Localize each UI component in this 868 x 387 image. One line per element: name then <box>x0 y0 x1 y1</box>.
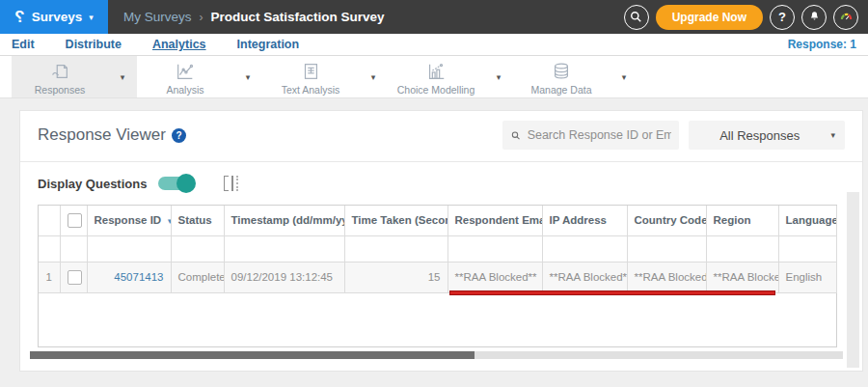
breadcrumb-separator-icon: › <box>200 11 203 24</box>
ip-address-cell: **RAA Blocked** <box>542 262 627 292</box>
survey-subnav: Edit Distribute Analytics Integration Re… <box>0 34 868 56</box>
analysis-dropdown-caret[interactable]: ▾ <box>233 56 262 97</box>
topbar-actions: Upgrade Now ? <box>624 5 868 30</box>
tab-distribute[interactable]: Distribute <box>66 38 122 51</box>
toolbar-item-manage-data[interactable]: Manage Data ▾ <box>513 56 638 97</box>
response-count-badge: Response: 1 <box>788 38 856 51</box>
notifications-button[interactable] <box>801 5 827 30</box>
response-viewer-card: Response Viewer ? All Responses ▾ Displa… <box>19 110 863 372</box>
col-country-code: Country Code <box>627 206 706 235</box>
horizontal-scrollbar[interactable] <box>30 351 843 359</box>
responses-filter-dropdown[interactable]: All Responses ▾ <box>689 121 845 150</box>
topbar: ? Surveys ▾ My Surveys › Product Satisfa… <box>0 0 868 34</box>
response-viewer-help-icon[interactable]: ? <box>172 128 186 143</box>
toggle-knob <box>176 174 196 193</box>
filter-row <box>39 235 836 262</box>
app-logo-menu[interactable]: ? Surveys ▾ <box>0 0 108 34</box>
filter-time-taken[interactable] <box>344 235 448 262</box>
search-icon <box>628 9 644 25</box>
search-input[interactable] <box>528 128 671 142</box>
tab-integration[interactable]: Integration <box>237 38 300 51</box>
col-respondent-email: Respondent Email <box>448 206 542 235</box>
toolbar-item-analysis[interactable]: Analysis ▾ <box>137 56 262 97</box>
display-questions-toggle[interactable] <box>158 177 193 190</box>
card-header: Response Viewer ? All Responses ▾ <box>20 111 862 161</box>
viewer-controls: Display Questions <box>20 162 862 201</box>
col-ip-address: IP Address <box>542 206 627 235</box>
row-number: 1 <box>39 262 60 292</box>
country-code-cell: **RAA Blocked** <box>627 262 706 292</box>
question-mark-icon: ? <box>778 10 786 24</box>
help-button[interactable]: ? <box>770 5 795 30</box>
page-title: Response Viewer <box>38 125 166 145</box>
upgrade-now-button[interactable]: Upgrade Now <box>656 5 763 30</box>
filter-ip-address[interactable] <box>542 235 627 262</box>
text-analysis-dropdown-caret[interactable]: ▾ <box>359 56 388 97</box>
col-language: Language <box>778 206 836 235</box>
page-background: Response Viewer ? All Responses ▾ Displa… <box>0 98 868 387</box>
tab-analytics[interactable]: Analytics <box>152 38 206 51</box>
col-status: Status <box>171 206 224 235</box>
vertical-scrollbar[interactable] <box>847 192 859 368</box>
display-questions-label: Display Questions <box>38 177 147 191</box>
chevron-down-icon: ▾ <box>830 130 845 140</box>
language-cell: English <box>778 262 836 292</box>
filter-status[interactable] <box>171 235 224 262</box>
responses-dropdown-caret[interactable]: ▾ <box>108 56 137 97</box>
header-row: Response ID▼ Status Timestamp (dd/mm/yyy… <box>39 206 836 235</box>
questionpro-logo-icon: ? <box>14 8 24 27</box>
manage-data-icon <box>550 61 573 82</box>
choice-modelling-dropdown-caret[interactable]: ▾ <box>484 56 513 97</box>
filter-response-id[interactable] <box>87 235 171 262</box>
search-button[interactable] <box>624 5 649 30</box>
row-checkbox[interactable] <box>68 270 82 285</box>
gauge-icon <box>838 9 854 25</box>
filter-respondent-email[interactable] <box>448 235 542 262</box>
bell-icon <box>807 10 822 24</box>
col-response-id[interactable]: Response ID▼ <box>87 206 171 235</box>
toolbar-item-responses[interactable]: Responses ▾ <box>12 56 137 97</box>
table-row: 1 45071413 Completed 09/12/2019 13:12:45… <box>39 262 836 292</box>
region-cell: **RAA Blocked** <box>706 262 778 292</box>
filter-timestamp[interactable] <box>224 235 344 262</box>
responses-icon <box>48 61 71 82</box>
filter-language[interactable] <box>778 235 836 262</box>
select-all-header <box>60 206 87 235</box>
select-all-checkbox[interactable] <box>68 213 82 228</box>
tab-edit[interactable]: Edit <box>12 38 35 51</box>
sort-desc-icon[interactable]: ▼ <box>166 217 171 226</box>
row-number-header <box>39 206 60 235</box>
row-select-cell <box>60 262 87 292</box>
analytics-toolbar: Responses ▾ Analysis ▾ Text Analysis ▾ <box>0 56 868 98</box>
breadcrumb-current-survey: Product Satisfaction Survey <box>211 10 385 24</box>
response-id-link[interactable]: 45071413 <box>114 271 163 283</box>
col-time-taken[interactable]: Time Taken (Seconds)⇅ <box>344 206 448 235</box>
search-icon <box>510 129 522 142</box>
status-cell: Completed <box>171 262 224 292</box>
filter-country-code[interactable] <box>627 235 706 262</box>
horizontal-scrollbar-thumb[interactable] <box>30 351 475 359</box>
col-timestamp[interactable]: Timestamp (dd/mm/yyyy)⇅ <box>224 206 344 235</box>
filter-region[interactable] <box>706 235 778 262</box>
manage-data-dropdown-caret[interactable]: ▾ <box>610 56 638 97</box>
freeze-columns-icon[interactable] <box>224 176 238 191</box>
toolbar-item-text-analysis[interactable]: Text Analysis ▾ <box>262 56 388 97</box>
responses-filter-value: All Responses <box>689 128 830 143</box>
raa-blocked-annotation-line <box>449 290 775 295</box>
responses-grid: Response ID▼ Status Timestamp (dd/mm/yyy… <box>38 205 837 347</box>
col-region: Region <box>706 206 778 235</box>
chevron-down-icon: ▾ <box>89 13 94 22</box>
timestamp-cell: 09/12/2019 13:12:45 <box>224 262 344 292</box>
respondent-email-cell: **RAA Blocked** <box>448 262 542 292</box>
response-search-box <box>502 121 679 150</box>
text-analysis-icon <box>299 61 322 82</box>
analysis-icon <box>174 61 197 82</box>
breadcrumb: My Surveys › Product Satisfaction Survey <box>123 10 385 24</box>
response-id-cell: 45071413 <box>87 262 171 292</box>
profile-meter-button[interactable] <box>833 5 858 30</box>
toolbar-item-choice-modelling[interactable]: Choice Modelling ▾ <box>388 56 513 97</box>
time-taken-cell: 15 <box>344 262 448 292</box>
choice-modelling-icon <box>424 61 448 82</box>
breadcrumb-my-surveys[interactable]: My Surveys <box>123 10 192 24</box>
product-menu-label: Surveys <box>32 10 83 24</box>
